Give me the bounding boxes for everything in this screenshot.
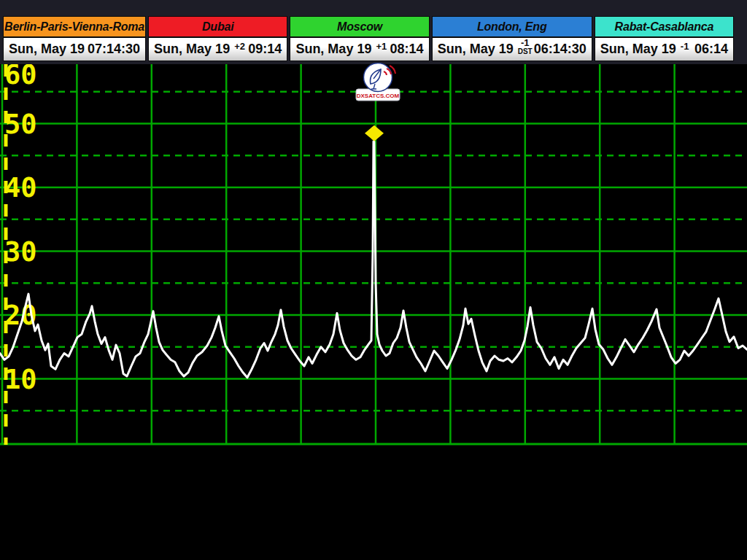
clock-cell-moscow[interactable]: Moscow Sun, May 19 +1 08:14 — [290, 16, 429, 61]
dxsatcs-logo: DXSATCS.COM — [355, 63, 400, 104]
date-label: Sun, May 19 — [9, 42, 85, 57]
logo-text: DXSATCS.COM — [357, 93, 400, 99]
clock-cell-berlin[interactable]: Berlin-Paris-Vienna-Roma Sun, May 19 07:… — [3, 16, 146, 61]
clock-cell-rabat[interactable]: Rabat-Casablanca Sun, May 19 -1 06:14 — [595, 16, 734, 61]
readout-panel: SP 100KHz 600 HzW 12501.010 MHz. Pwr 48.… — [0, 446, 747, 560]
time-value: 07:14:30 — [88, 42, 140, 57]
y-tick-label: 10 — [4, 364, 37, 395]
y-tick-label: 30 — [4, 236, 37, 268]
world-clock-bar: Berlin-Paris-Vienna-Roma Sun, May 19 07:… — [3, 16, 734, 61]
date-label: Sun, May 19 — [154, 42, 230, 57]
spectrum-trace — [0, 141, 747, 378]
time-value: 06:14:30 — [534, 42, 587, 57]
clock-cell-dubai[interactable]: Dubai Sun, May 19 +2 09:14 — [148, 16, 287, 61]
peak-marker-icon — [365, 125, 384, 141]
time-row: Sun, May 19 -1 DST 06:14:30 — [433, 38, 592, 61]
city-name: Berlin-Paris-Vienna-Roma — [4, 17, 145, 38]
tz-offset: +1 — [376, 42, 387, 51]
satellite-dish-icon: DXSATCS.COM — [355, 63, 400, 104]
time-value: 09:14 — [248, 42, 282, 57]
date-label: Sun, May 19 — [438, 42, 514, 57]
city-name: Moscow — [290, 17, 428, 38]
spectrum-plot: 102030405060 — [0, 64, 747, 446]
y-tick-label: 60 — [4, 64, 37, 90]
time-row: Sun, May 19 07:14:30 — [4, 38, 145, 61]
satellite-meter-screen: Berlin-Paris-Vienna-Roma Sun, May 19 07:… — [0, 0, 747, 560]
clock-cell-london[interactable]: London, Eng Sun, May 19 -1 DST 06:14:30 — [432, 16, 592, 61]
time-row: Sun, May 19 -1 06:14 — [595, 38, 733, 61]
time-value: 08:14 — [390, 42, 424, 57]
y-tick-label: 50 — [4, 109, 37, 140]
tz-offset: -1 — [681, 42, 689, 51]
date-label: Sun, May 19 — [600, 42, 676, 57]
city-name: London, Eng — [433, 17, 592, 38]
city-name: Dubai — [149, 17, 287, 38]
city-name: Rabat-Casablanca — [595, 17, 733, 38]
time-value: 06:14 — [694, 42, 728, 57]
tz-offset-dst: -1 DST — [518, 38, 533, 55]
time-row: Sun, May 19 +1 08:14 — [290, 38, 428, 61]
time-row: Sun, May 19 +2 09:14 — [149, 38, 287, 61]
date-label: Sun, May 19 — [295, 42, 371, 57]
spectrum-canvas: 102030405060 — [0, 64, 747, 446]
y-tick-label: 40 — [4, 172, 37, 203]
tz-offset: +2 — [234, 42, 245, 51]
